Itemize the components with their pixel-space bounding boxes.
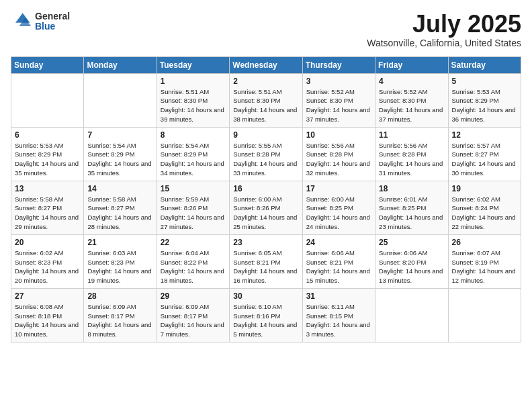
day-number: 9 [233,130,298,140]
day-number: 13 [15,184,80,193]
day-number: 18 [379,184,444,193]
calendar-cell: 28Sunrise: 6:09 AMSunset: 8:17 PMDayligh… [84,288,157,342]
calendar-cell: 13Sunrise: 5:58 AMSunset: 8:27 PMDayligh… [11,181,84,234]
day-number: 11 [379,130,444,140]
day-header: Friday [375,56,448,73]
calendar-cell: 25Sunrise: 6:06 AMSunset: 8:20 PMDayligh… [375,234,448,288]
day-number: 30 [233,291,298,301]
day-number: 20 [15,238,80,247]
calendar-cell: 1Sunrise: 5:51 AMSunset: 8:30 PMDaylight… [157,73,229,127]
day-number: 12 [452,130,517,140]
cell-detail: Sunrise: 5:58 AMSunset: 8:27 PMDaylight:… [87,195,152,232]
day-number: 22 [161,238,226,247]
calendar-cell [84,73,157,127]
calendar-table: SundayMondayTuesdayWednesdayThursdayFrid… [11,56,521,342]
calendar-cell [448,288,521,342]
day-number: 16 [233,184,298,193]
calendar-cell: 3Sunrise: 5:52 AMSunset: 8:30 PMDaylight… [302,73,375,127]
cell-detail: Sunrise: 6:00 AMSunset: 8:26 PMDaylight:… [233,195,298,232]
cell-detail: Sunrise: 5:59 AMSunset: 8:26 PMDaylight:… [161,195,226,232]
cell-detail: Sunrise: 6:04 AMSunset: 8:22 PMDaylight:… [161,248,226,285]
month-title: July 2025 [367,11,521,38]
calendar-cell: 19Sunrise: 6:02 AMSunset: 8:24 PMDayligh… [448,181,521,234]
cell-detail: Sunrise: 6:06 AMSunset: 8:20 PMDaylight:… [379,248,444,285]
cell-detail: Sunrise: 5:52 AMSunset: 8:30 PMDaylight:… [306,87,371,124]
page-header: General Blue July 2025 Watsonville, Cali… [11,11,521,48]
calendar-cell: 14Sunrise: 5:58 AMSunset: 8:27 PMDayligh… [84,181,157,234]
calendar-cell: 30Sunrise: 6:10 AMSunset: 8:16 PMDayligh… [230,288,302,342]
calendar-cell: 22Sunrise: 6:04 AMSunset: 8:22 PMDayligh… [157,234,229,288]
day-header: Thursday [302,56,375,73]
calendar-cell: 10Sunrise: 5:56 AMSunset: 8:28 PMDayligh… [302,127,375,181]
calendar-week-row: 6Sunrise: 5:53 AMSunset: 8:29 PMDaylight… [11,127,521,181]
day-number: 19 [452,184,517,193]
calendar-cell: 31Sunrise: 6:11 AMSunset: 8:15 PMDayligh… [302,288,375,342]
calendar-cell: 5Sunrise: 5:53 AMSunset: 8:29 PMDaylight… [448,73,521,127]
calendar-cell [11,73,84,127]
calendar-cell: 4Sunrise: 5:52 AMSunset: 8:30 PMDaylight… [375,73,448,127]
cell-detail: Sunrise: 5:58 AMSunset: 8:27 PMDaylight:… [15,195,80,232]
cell-detail: Sunrise: 6:10 AMSunset: 8:16 PMDaylight:… [233,302,298,339]
cell-detail: Sunrise: 5:52 AMSunset: 8:30 PMDaylight:… [379,87,444,124]
calendar-cell: 8Sunrise: 5:54 AMSunset: 8:29 PMDaylight… [157,127,229,181]
cell-detail: Sunrise: 5:54 AMSunset: 8:29 PMDaylight:… [87,141,152,178]
calendar-cell [375,288,448,342]
cell-detail: Sunrise: 5:53 AMSunset: 8:29 PMDaylight:… [15,141,80,178]
calendar-cell: 20Sunrise: 6:02 AMSunset: 8:23 PMDayligh… [11,234,84,288]
cell-detail: Sunrise: 5:53 AMSunset: 8:29 PMDaylight:… [452,87,517,124]
logo-text: General Blue [35,11,70,32]
day-number: 31 [306,291,371,301]
day-header: Saturday [448,56,521,73]
calendar-cell: 29Sunrise: 6:09 AMSunset: 8:17 PMDayligh… [157,288,229,342]
calendar-cell: 11Sunrise: 5:56 AMSunset: 8:28 PMDayligh… [375,127,448,181]
cell-detail: Sunrise: 6:02 AMSunset: 8:24 PMDaylight:… [452,195,517,232]
day-number: 4 [379,77,444,86]
calendar-cell: 16Sunrise: 6:00 AMSunset: 8:26 PMDayligh… [230,181,302,234]
logo-icon [11,11,32,32]
cell-detail: Sunrise: 5:56 AMSunset: 8:28 PMDaylight:… [379,141,444,178]
calendar-cell: 9Sunrise: 5:55 AMSunset: 8:28 PMDaylight… [230,127,302,181]
calendar-cell: 26Sunrise: 6:07 AMSunset: 8:19 PMDayligh… [448,234,521,288]
location: Watsonville, California, United States [367,38,521,48]
day-number: 2 [233,77,298,86]
calendar-cell: 23Sunrise: 6:05 AMSunset: 8:21 PMDayligh… [230,234,302,288]
day-number: 5 [452,77,517,86]
day-number: 17 [306,184,371,193]
day-number: 28 [87,291,152,301]
day-header: Monday [84,56,157,73]
calendar-cell: 7Sunrise: 5:54 AMSunset: 8:29 PMDaylight… [84,127,157,181]
cell-detail: Sunrise: 6:01 AMSunset: 8:25 PMDaylight:… [379,195,444,232]
calendar-week-row: 13Sunrise: 5:58 AMSunset: 8:27 PMDayligh… [11,181,521,234]
day-number: 25 [379,238,444,247]
day-header: Tuesday [157,56,229,73]
cell-detail: Sunrise: 5:54 AMSunset: 8:29 PMDaylight:… [161,141,226,178]
cell-detail: Sunrise: 5:55 AMSunset: 8:28 PMDaylight:… [233,141,298,178]
cell-detail: Sunrise: 5:51 AMSunset: 8:30 PMDaylight:… [233,87,298,124]
cell-detail: Sunrise: 6:08 AMSunset: 8:18 PMDaylight:… [15,302,80,339]
day-number: 1 [161,77,226,86]
day-number: 24 [306,238,371,247]
cell-detail: Sunrise: 6:02 AMSunset: 8:23 PMDaylight:… [15,248,80,285]
header-row: SundayMondayTuesdayWednesdayThursdayFrid… [11,56,521,73]
day-number: 27 [15,291,80,301]
logo-general: General [35,11,70,21]
day-number: 21 [87,238,152,247]
cell-detail: Sunrise: 6:07 AMSunset: 8:19 PMDaylight:… [452,248,517,285]
day-number: 23 [233,238,298,247]
calendar-week-row: 20Sunrise: 6:02 AMSunset: 8:23 PMDayligh… [11,234,521,288]
calendar-cell: 18Sunrise: 6:01 AMSunset: 8:25 PMDayligh… [375,181,448,234]
day-number: 6 [15,130,80,140]
cell-detail: Sunrise: 6:09 AMSunset: 8:17 PMDaylight:… [87,302,152,339]
logo-blue: Blue [35,21,70,32]
cell-detail: Sunrise: 6:11 AMSunset: 8:15 PMDaylight:… [306,302,371,339]
calendar-cell: 24Sunrise: 6:06 AMSunset: 8:21 PMDayligh… [302,234,375,288]
day-header: Sunday [11,56,84,73]
calendar-cell: 15Sunrise: 5:59 AMSunset: 8:26 PMDayligh… [157,181,229,234]
title-block: July 2025 Watsonville, California, Unite… [367,11,521,48]
calendar-cell: 21Sunrise: 6:03 AMSunset: 8:23 PMDayligh… [84,234,157,288]
day-number: 26 [452,238,517,247]
cell-detail: Sunrise: 5:57 AMSunset: 8:27 PMDaylight:… [452,141,517,178]
day-number: 8 [161,130,226,140]
cell-detail: Sunrise: 6:00 AMSunset: 8:25 PMDaylight:… [306,195,371,232]
calendar-cell: 12Sunrise: 5:57 AMSunset: 8:27 PMDayligh… [448,127,521,181]
